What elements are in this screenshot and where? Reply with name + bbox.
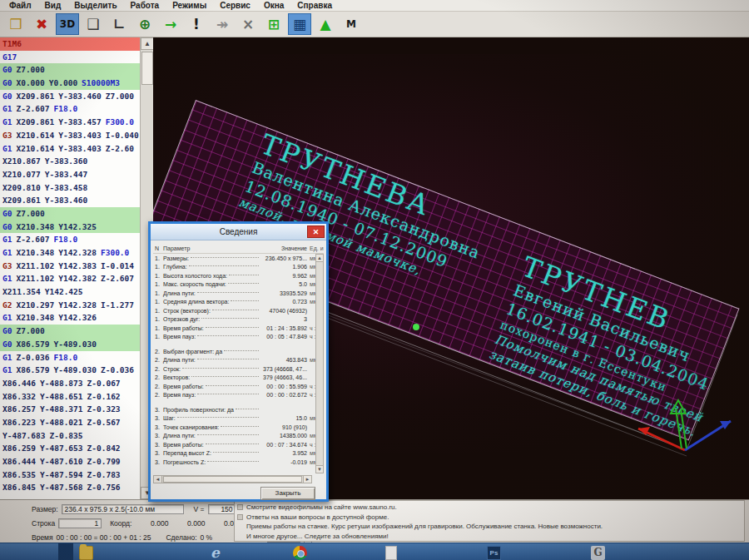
gcode-line[interactable]: X86.444Y-487.610Z-0.799 [0, 455, 140, 468]
menu-item-4[interactable]: Работа [124, 1, 166, 10]
document-icon[interactable] [385, 546, 397, 560]
menu-item-5[interactable]: Режимы [166, 1, 213, 10]
skip-arrow-icon: ↠ [216, 17, 228, 32]
gcode-line[interactable]: G1Z-2.607F18.0 [0, 102, 140, 116]
dialog-hscroll-thumb[interactable] [163, 476, 302, 483]
dialog-row: 1.Время работы:01 : 24 : 35.892ч : м [153, 324, 324, 333]
dialog-vscrollbar[interactable]: ▲ ▼ [315, 254, 324, 473]
dialog-scroll-down-icon[interactable]: ▼ [316, 465, 323, 473]
gcode-line[interactable]: G0X209.861Y-383.460Z7.000 [0, 90, 140, 103]
done-label: Сделано: [166, 533, 196, 542]
gcode-line[interactable]: G1X210.348Y142.326 [0, 311, 140, 325]
menu-item-1[interactable]: Файл [2, 1, 38, 10]
dialog-row: 3.Время работы:00 : 07 : 34.674ч : м [153, 440, 324, 449]
dialog-hscrollbar[interactable]: ◄ ► [153, 475, 312, 483]
gcode-line[interactable]: X209.810Y-383.458 [0, 181, 140, 195]
toolbar-macro-m-button[interactable]: M [340, 13, 363, 35]
gcode-line[interactable]: X86.257Y-488.371Z-0.323 [0, 403, 140, 416]
coord-y: 0.000 [171, 519, 205, 528]
tips-line: И многое другое... Следите за обновления… [246, 532, 741, 542]
close-icon[interactable]: ✕ [307, 225, 325, 238]
gcode-line[interactable]: G1X210.614Y-383.403Z-2.60 [0, 142, 140, 156]
speed-field[interactable]: 150 [208, 504, 236, 514]
gcode-line[interactable]: G1Z-2.607F18.0 [0, 233, 140, 246]
dialog-row: 1.Время пауз:00 : 05 : 47.849ч : м [153, 333, 324, 342]
gcode-line[interactable]: X86.446Y-488.873Z-0.067 [0, 377, 140, 390]
coord-label: Коорд: [110, 519, 131, 528]
toolbar-frame-corner-button[interactable]: ∟ [107, 13, 131, 35]
g-app-icon[interactable]: G [591, 546, 605, 560]
dialog-scroll-left-icon[interactable]: ◄ [154, 476, 162, 483]
gcode-line[interactable]: G17 [0, 51, 140, 64]
gcode-line[interactable]: G1X86.579Y-489.030Z-0.036 [0, 364, 140, 377]
coord-x: 0.000 [135, 519, 168, 528]
dialog-scroll-right-icon[interactable]: ► [303, 476, 311, 483]
gcode-line[interactable]: G0X0.000Y0.000S10000M3 [0, 77, 140, 90]
close-button[interactable]: Закрыть [260, 487, 315, 500]
gcode-line[interactable]: G3X210.614Y-383.403I-0.040 [0, 129, 140, 142]
toolbar-cube-view-button[interactable]: ❑ [82, 13, 105, 35]
gcode-line[interactable]: G2X210.297Y142.328I-1.277 [0, 299, 140, 312]
gcode-line[interactable]: G0Z7.000 [0, 63, 140, 77]
gcode-line[interactable]: T1M6 [0, 37, 140, 51]
menu-bar: ФайлВидВыделитьРаботаРежимыСервисОкнаСпр… [0, 0, 749, 12]
internet-explorer-icon[interactable]: e [211, 546, 225, 560]
dialog-row: 3.Шаг:15.0мм [153, 414, 324, 424]
taskbar-start-edge[interactable] [58, 543, 73, 560]
menu-item-2[interactable]: Вид [38, 1, 68, 10]
dialog-row: 1.Глубина:1.906мм [153, 263, 324, 272]
tool-position-dot [413, 324, 419, 330]
toolbar-run-arrow-button[interactable]: → [159, 13, 182, 35]
toolbar-view-3d-button[interactable]: 3D [56, 13, 79, 35]
size-field[interactable]: 236.4 x 975.9 x 2.5(-10.0 мм [62, 504, 184, 514]
gcode-line[interactable]: G1X210.348Y142.328F300.0 [0, 246, 140, 260]
toolbar-skip-arrow-button[interactable]: ↠ [211, 13, 234, 35]
gcode-line[interactable]: G1Z-0.036F18.0 [0, 351, 140, 364]
gcode-line[interactable]: G1X209.861Y-383.457F300.0 [0, 116, 140, 129]
photoshop-icon[interactable]: Ps [487, 546, 501, 560]
done-value: 0 % [201, 533, 213, 542]
gcode-program-list[interactable]: T1M6G17G0Z7.000G0X0.000Y0.000S10000M3G0X… [0, 37, 140, 499]
toolbar-warning-exclamation-button[interactable]: ! [185, 13, 208, 35]
gcode-line[interactable]: G0Z7.000 [0, 325, 140, 338]
gcode-line[interactable]: X86.332Y-488.651Z-0.162 [0, 390, 140, 404]
gcode-line[interactable]: X210.867Y-383.360 [0, 155, 140, 168]
toolbar-recycle-triangle-button[interactable]: ▲ [314, 13, 337, 35]
gcode-line[interactable]: G0X86.579Y-489.030 [0, 338, 140, 351]
toolbar-delete-red-x-button[interactable]: ✖ [30, 13, 53, 35]
stop-x-icon: × [242, 17, 254, 32]
line-field[interactable]: 1 [58, 518, 102, 528]
gcode-line[interactable]: X209.861Y-383.460 [0, 194, 140, 207]
gcode-line[interactable]: X86.845Y-487.568Z-0.756 [0, 481, 140, 494]
chrome-icon[interactable] [293, 546, 307, 560]
windows-taskbar: ePsG [0, 543, 749, 560]
toolbar-grid-view-button[interactable]: ▦ [288, 13, 311, 35]
menu-item-8[interactable]: Справка [290, 1, 339, 10]
gcode-line[interactable]: G3X211.102Y142.383I-0.014 [0, 260, 140, 273]
tips-line: Ответы на ваши вопросы в доступной форме… [246, 513, 741, 523]
toolbar-target-circle-button[interactable]: ⊕ [133, 13, 156, 35]
gcode-line[interactable]: X210.077Y-383.447 [0, 168, 140, 181]
tips-panel: Смотрите видеофильмы на сайте www.sauno.… [234, 500, 745, 542]
menu-item-6[interactable]: Сервис [213, 1, 257, 10]
gcode-line[interactable]: G1X211.102Y142.382Z-2.607 [0, 272, 140, 285]
gcode-line[interactable]: X211.354Y142.425 [0, 285, 140, 299]
folder-icon[interactable] [79, 546, 93, 560]
scroll-thumb[interactable] [141, 52, 153, 85]
scroll-up-icon[interactable]: ▲ [141, 37, 154, 50]
gcode-line[interactable]: X86.259Y-487.653Z-0.842 [0, 442, 140, 455]
dialog-row: 1.Длина пути:33935.529мм [153, 289, 324, 298]
gcode-line[interactable]: G0Z7.000 [0, 207, 140, 221]
gcode-line[interactable]: X86.535Y-487.594Z-0.783 [0, 468, 140, 482]
menu-item-7[interactable]: Окна [257, 1, 290, 10]
dialog-scroll-up-icon[interactable]: ▲ [316, 255, 323, 262]
gcode-line[interactable]: G0X210.348Y142.325 [0, 221, 140, 234]
gcode-line[interactable]: X86.223Y-488.021Z-0.567 [0, 416, 140, 429]
toolbar-grid-arrow-button[interactable]: ⊞ [262, 13, 285, 35]
toolbar-open-file-button[interactable]: ❒ [4, 13, 27, 35]
menu-item-3[interactable]: Выделить [67, 1, 123, 10]
toolbar-stop-x-button[interactable]: × [236, 13, 260, 35]
gcode-line[interactable]: Y-487.683Z-0.835 [0, 429, 140, 443]
dialog-table-rows: 1.Размеры:236.450 x 975...мм1.Глубина:1.… [153, 254, 324, 473]
col-n: N [153, 245, 163, 251]
